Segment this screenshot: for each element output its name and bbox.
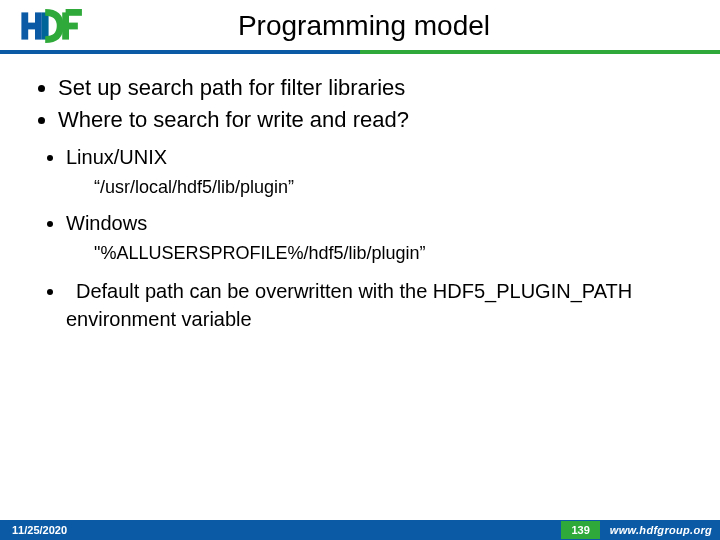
page-number: 139 xyxy=(561,521,599,539)
slide-header: Programming model xyxy=(0,0,720,44)
bullet-level1: Set up search path for filter libraries xyxy=(58,72,690,104)
slide-footer: 11/25/2020 139 www.hdfgroup.org xyxy=(0,520,720,540)
hdf-logo xyxy=(18,8,86,44)
bullet-level1: Where to search for write and read? xyxy=(58,104,690,136)
bullet-level2: Linux/UNIX xyxy=(66,142,690,172)
bullet-level2: Windows xyxy=(66,208,690,238)
code-path: "%ALLUSERSPROFILE%/hdf5/lib/plugin” xyxy=(30,238,690,269)
code-path: “/usr/local/hdf5/lib/plugin” xyxy=(30,172,690,203)
footer-url: www.hdfgroup.org xyxy=(610,524,712,536)
bullet-text: Default path can be overwritten with the… xyxy=(66,280,632,330)
footer-date: 11/25/2020 xyxy=(12,524,67,536)
bullet-level2: Default path can be overwritten with the… xyxy=(66,277,690,333)
footer-right: 139 www.hdfgroup.org xyxy=(561,521,712,539)
slide-content: Set up search path for filter libraries … xyxy=(0,54,720,333)
slide-title: Programming model xyxy=(86,10,702,42)
